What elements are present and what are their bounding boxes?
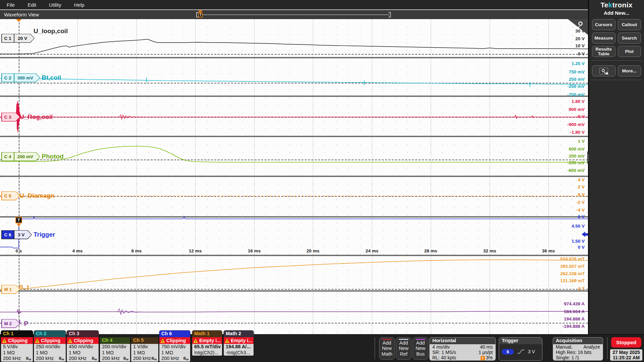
add-new-ref-button[interactable]: AddNewRef xyxy=(396,337,412,360)
more-button[interactable]: More... xyxy=(618,65,641,76)
warning-text: Clipping xyxy=(41,338,60,343)
channel-badge-m-2[interactable]: M 2 xyxy=(1,319,20,328)
waveform-label-b-t[interactable]: B_t xyxy=(19,284,29,291)
channel-badge-c-5[interactable]: C 5 xyxy=(1,191,20,200)
acquisition-status-button[interactable]: Stopped xyxy=(611,337,641,348)
warning-icon xyxy=(2,339,7,343)
waveform-label-trigger[interactable]: Trigger xyxy=(34,231,55,238)
pan-trigger-t-icon[interactable]: T xyxy=(198,12,203,17)
scale-label-c-4: 600 mV xyxy=(569,146,585,152)
warning-icon xyxy=(193,339,198,343)
footer-badge-row: 200 kHzBW xyxy=(159,356,190,362)
channel-badge-c-4[interactable]: C 4200 mV xyxy=(1,152,40,161)
panel-drag-handle[interactable] xyxy=(587,152,590,164)
footer-badge-title: Ch 2 xyxy=(34,330,66,337)
trigger-level-value: 3 V xyxy=(528,349,535,354)
trigger-level-arrow-icon[interactable] xyxy=(581,232,588,237)
footer-badge-ch-5[interactable]: Ch 51 V/div1 MΩ200 kHzBW xyxy=(131,337,158,362)
scale-label-c-1: 10 V xyxy=(575,43,585,48)
panel-row-right: T3% xyxy=(481,355,493,360)
panel-row: 4 ms/div40 ms xyxy=(430,344,495,350)
scale-label-c-6: 0 V xyxy=(578,245,585,250)
channel-badge-m-1[interactable]: M 1 xyxy=(1,285,20,294)
trigger-panel-title: Trigger xyxy=(499,338,542,344)
add-new-button-line: New xyxy=(399,346,409,351)
waveform-label-u-diamagn[interactable]: U_Diamagn xyxy=(19,192,55,199)
zoom-select-button[interactable] xyxy=(592,65,615,76)
footer-badge-title: Ch 4 xyxy=(100,337,130,344)
warning-icon xyxy=(68,339,73,343)
footer-badge-row-text: 1 MΩ xyxy=(36,350,48,355)
side-button-callout[interactable]: Callout xyxy=(618,19,641,30)
menu-item-utility[interactable]: Utility xyxy=(49,2,61,8)
acquisition-panel[interactable]: Acquisition Manual,AnalyzeHigh Res: 16 b… xyxy=(553,337,603,361)
warning-banner: Clipping xyxy=(34,337,66,344)
horizontal-panel[interactable]: Horizontal 4 ms/div40 msSR: 1 MS/s1 µs/p… xyxy=(429,337,496,361)
menu-item-edit[interactable]: Edit xyxy=(28,2,36,8)
settings-bar: Horizontal 4 ms/div40 msSR: 1 MS/s1 µs/p… xyxy=(0,334,644,362)
footer-badge-math-2[interactable]: Math 2Empty i...194.88 A/...-Intg(Ch3... xyxy=(224,330,254,356)
waveform-graticule[interactable]: 30 V20 V10 V0 VU_loop,coilC 120 V1.25 V7… xyxy=(0,19,588,334)
menu-item-help[interactable]: Help xyxy=(74,2,85,8)
bandwidth-limit-icon: BW xyxy=(59,356,64,362)
add-new-math-button[interactable]: AddNewMath xyxy=(379,337,395,360)
channel-badge-c-6[interactable]: C 63 V xyxy=(1,230,32,239)
trigger-panel[interactable]: Trigger 6 3 V xyxy=(499,337,542,361)
trigger-source-badge[interactable]: 6 xyxy=(502,349,514,355)
footer-badge-row: 1 MΩ xyxy=(131,350,158,356)
scale-label-c-3: -900 mV xyxy=(567,122,585,127)
footer-badge-row: 65.5 mT/div xyxy=(192,344,222,350)
side-button-cursors[interactable]: Cursors xyxy=(592,19,615,30)
footer-badge-row: 200 kHzBW xyxy=(131,356,158,362)
add-new-button-line: Ref xyxy=(400,351,408,357)
channel-badge-c-2[interactable]: C 2300 mV xyxy=(1,73,40,82)
trigger-level-arrow-stem xyxy=(585,233,588,236)
panel-row-left: Manual, xyxy=(556,344,573,350)
footer-badge-ch-4[interactable]: Ch 4200 mV/div1 MΩ200 kHzBW xyxy=(100,337,130,362)
panel-row: RL: 40 kptsT3% xyxy=(430,355,495,360)
footer-badge-row-text: 1 MΩ xyxy=(102,350,114,355)
footer-badge-title: Math 2 xyxy=(224,330,254,337)
scale-label-c-6: 1.50 V xyxy=(572,239,585,244)
footer-badge-ch-2[interactable]: Ch 2Clipping250 mV/div1 MΩ200 kHzBW xyxy=(34,330,66,362)
add-new-bus-button[interactable]: AddNewBus xyxy=(413,337,428,360)
panel-row: Manual,Analyze xyxy=(553,344,603,350)
footer-badge-row: 200 mV/div xyxy=(100,344,130,350)
warning-text: Clipping xyxy=(166,338,186,343)
scale-label-c-4: -200 mV xyxy=(567,160,585,165)
panel-row-right-text: 1 µs/pt xyxy=(479,350,493,355)
math2-trace xyxy=(0,311,588,312)
button-accent-stripe xyxy=(399,339,409,340)
waveform-label-u-rog-coil[interactable]: U_Rog,coil xyxy=(19,113,53,121)
trigger-source-marker-icon[interactable]: T xyxy=(15,217,22,223)
scale-label-m-2: 974.439 A xyxy=(564,301,585,306)
panel-row: Single: 1 /1 xyxy=(553,355,603,360)
side-button-search[interactable]: Search xyxy=(618,33,641,44)
menu-item-file[interactable]: File xyxy=(7,2,15,8)
warning-banner: Empty i... xyxy=(224,337,254,344)
footer-badge-row-text: 250 mV/div xyxy=(36,344,60,349)
footer-badge-ch-1[interactable]: Ch 1Clipping5 V/div1 MΩ200 kHzBW xyxy=(1,330,33,362)
footer-badge-row: 200 kHzBW xyxy=(100,356,130,362)
footer-badge-row: 200 kHzBW xyxy=(34,356,66,362)
panel-row-right-text: 40 ms xyxy=(480,344,493,350)
scale-label-m-1: 131.169 mT xyxy=(560,278,585,283)
time-axis-label: 12 ms xyxy=(189,248,202,253)
footer-badge-ch-3[interactable]: Ch 3Clipping450 mV/div1 MΩ200 kHzBW xyxy=(67,330,99,362)
pan-range-line xyxy=(199,14,389,15)
badge-body: C 2300 mV xyxy=(2,74,40,82)
horizontal-pan-indicator[interactable]: T xyxy=(0,10,589,19)
channel-badge-c-1[interactable]: C 120 V xyxy=(1,34,35,43)
footer-badge-math-1[interactable]: Math 1Empty i...65.5 mT/divIntg(Ch2)... xyxy=(192,330,222,356)
tektronix-logo: Tektronix xyxy=(589,1,644,9)
trigger-position-marker-icon[interactable] xyxy=(16,19,21,22)
channel-badge-c-3[interactable]: C 3 xyxy=(1,113,20,122)
side-button-measure[interactable]: Measure xyxy=(592,33,615,44)
waveform-label-u-loop-coil[interactable]: U_loop,coil xyxy=(34,27,68,35)
side-button-results-table[interactable]: Results Table xyxy=(592,46,615,57)
footer-badge-row-text: 450 mV/div xyxy=(69,344,93,349)
side-button-plot[interactable]: Plot xyxy=(618,46,641,57)
footer-badge-ch-6[interactable]: Ch 6Clipping750 mV/div1 MΩ200 kHzBW xyxy=(159,330,190,362)
channel-id-label: C 4 xyxy=(2,153,14,161)
waveform-label-i-p[interactable]: I_p xyxy=(19,319,28,326)
